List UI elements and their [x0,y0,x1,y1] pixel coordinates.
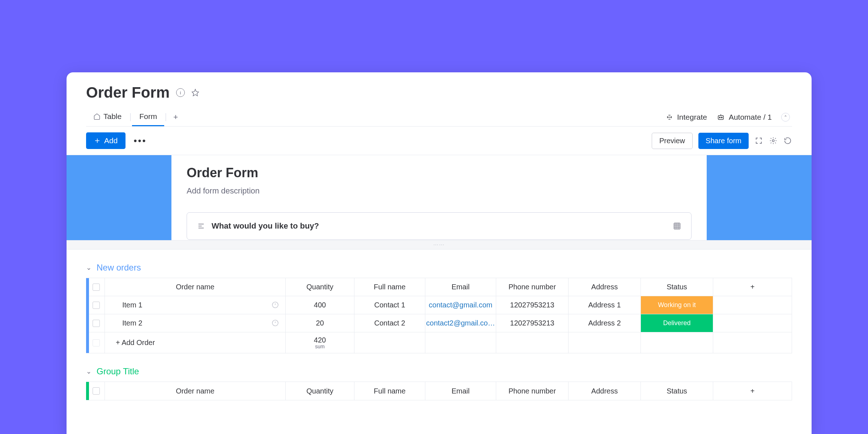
tab-form[interactable]: Form [132,108,164,126]
table-header-row: Order name Quantity Full name Email Phon… [86,278,792,296]
col-email[interactable]: Email [425,278,496,296]
col-phone[interactable]: Phone number [496,278,569,296]
conversation-icon[interactable] [271,319,280,328]
group-header[interactable]: ⌄ New orders [86,263,792,273]
sum-cell: 420 sum [286,332,354,353]
empty-cell [713,296,792,314]
cell-address[interactable]: Address 2 [569,314,641,332]
table-header-row: Order name Quantity Full name Email Phon… [86,382,792,400]
fullscreen-icon[interactable] [754,136,763,145]
cell-status[interactable]: Delivered [641,314,713,332]
add-view-button[interactable]: + [167,108,184,126]
form-description-placeholder[interactable]: Add form description [187,186,692,196]
cell-status[interactable]: Working on it [641,296,713,314]
cell-quantity[interactable]: 400 [286,296,354,314]
form-question-text: What would you like to buy? [212,221,319,231]
col-quantity[interactable]: Quantity [286,278,354,296]
svg-point-1 [719,117,720,118]
group-new-orders: ⌄ New orders Order name Quantity Full na… [67,250,812,353]
cell-quantity[interactable]: 20 [286,314,354,332]
tab-divider [130,113,131,121]
chevron-down-icon[interactable]: ⌄ [86,264,92,272]
refresh-icon[interactable] [783,136,792,145]
group-title[interactable]: New orders [97,263,141,273]
col-address[interactable]: Address [569,382,641,400]
empty-cell [641,332,713,353]
form-brand-right[interactable] [707,155,812,240]
svg-rect-4 [674,223,680,229]
column-type-icon[interactable] [673,222,681,230]
col-full-name[interactable]: Full name [354,278,425,296]
form-question-card[interactable]: What would you like to buy? [187,212,692,240]
chevron-down-icon[interactable]: ⌄ [86,367,92,375]
tab-table-label: Table [103,112,122,121]
view-tabs: Table Form + Integrate Automate / 1 ⌃ [86,108,792,127]
empty-cell [496,332,569,353]
integrate-label: Integrate [677,113,707,122]
table-row[interactable]: Item 1 400 Contact 1 contact@gmail.com 1… [86,296,792,314]
share-form-button[interactable]: Share form [698,133,749,149]
svg-point-3 [772,140,774,142]
add-order-label[interactable]: + Add Order [105,332,286,353]
cell-phone[interactable]: 12027953213 [496,314,569,332]
cell-phone[interactable]: 12027953213 [496,296,569,314]
col-status[interactable]: Status [641,382,713,400]
tab-divider [166,113,166,121]
resize-handle[interactable]: ⋯⋯ [67,240,812,250]
col-quantity[interactable]: Quantity [286,382,354,400]
group-header[interactable]: ⌄ Group Title [86,366,792,376]
table-row[interactable]: Item 2 20 Contact 2 contact2@gmail.co… 1… [86,314,792,332]
svg-point-2 [721,117,722,118]
add-button-label: Add [104,136,118,145]
page-title[interactable]: Order Form [86,84,170,101]
cell-order-name[interactable]: Item 2 [105,314,286,332]
collapse-header-icon[interactable]: ⌃ [781,113,790,122]
preview-button[interactable]: Preview [652,133,693,149]
col-address[interactable]: Address [569,278,641,296]
add-button[interactable]: Add [86,132,125,149]
more-options-icon[interactable]: ••• [133,135,146,146]
empty-cell [354,332,425,353]
add-column-button[interactable]: + [713,382,792,400]
gear-icon[interactable] [769,136,778,145]
form-builder-area: Order Form Add form description What wou… [67,155,812,240]
cell-full-name[interactable]: Contact 2 [354,314,425,332]
cell-email[interactable]: contact@gmail.com [425,296,496,314]
group-color-stripe [86,382,89,400]
automate-button[interactable]: Automate / 1 [716,113,772,122]
svg-rect-0 [718,115,724,119]
col-email[interactable]: Email [425,382,496,400]
info-icon[interactable]: i [176,88,185,97]
empty-cell [425,332,496,353]
cell-full-name[interactable]: Contact 1 [354,296,425,314]
automate-label: Automate / 1 [729,113,772,122]
status-badge: Delivered [641,314,713,332]
integrate-button[interactable]: Integrate [665,113,707,122]
status-badge: Working on it [641,296,713,314]
col-order-name[interactable]: Order name [105,382,286,400]
data-table: Order name Quantity Full name Email Phon… [86,382,792,400]
form-title[interactable]: Order Form [187,165,692,180]
group-title[interactable]: Group Title [97,366,139,376]
group-color-stripe [86,278,89,353]
col-order-name[interactable]: Order name [105,278,286,296]
add-column-button[interactable]: + [713,278,792,296]
empty-cell [569,332,641,353]
board-card: Order Form i Table Form + [67,72,812,434]
col-phone[interactable]: Phone number [496,382,569,400]
group-generic: ⌄ Group Title Order name Quantity Full n… [67,353,812,400]
cell-email[interactable]: contact2@gmail.co… [425,314,496,332]
cell-address[interactable]: Address 1 [569,296,641,314]
add-row[interactable]: + Add Order 420 sum [86,332,792,353]
favorite-star-icon[interactable] [191,89,199,97]
conversation-icon[interactable] [271,301,280,310]
col-status[interactable]: Status [641,278,713,296]
cell-order-name[interactable]: Item 1 [105,296,286,314]
tab-table[interactable]: Table [86,108,129,126]
form-brand-left[interactable] [67,155,171,240]
board-header: Order Form i Table Form + [67,72,812,127]
empty-cell [713,332,792,353]
col-full-name[interactable]: Full name [354,382,425,400]
toolbar: Add ••• Preview Share form [67,127,812,155]
data-table: Order name Quantity Full name Email Phon… [86,278,792,353]
